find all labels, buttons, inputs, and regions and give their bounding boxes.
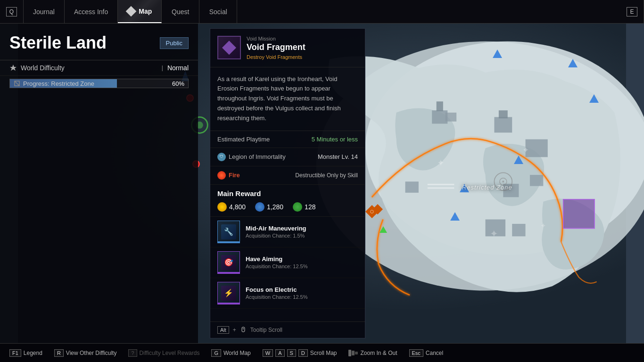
bottom-legend[interactable]: F1 Legend [9,349,42,357]
mission-description: As a result of Karel using the Ironheart… [210,67,365,131]
q-keybind-box: Q [6,7,17,16]
scroll-icon [240,327,247,333]
legion-row: 🛡 Legion of Immortality Monster Lv. 14 [210,148,365,166]
svg-rect-8 [499,110,508,118]
svg-point-19 [502,181,504,182]
svg-rect-33 [352,351,355,355]
bottom-bar: F1 Legend R View Other Difficulty ? Diff… [0,343,644,362]
blue-currency-icon [255,202,264,212]
marker-blue-4[interactable] [514,156,523,164]
zone-header: Sterile Land Public [0,33,198,60]
rewards-currency: 4,800 1,280 128 [210,200,365,217]
svg-rect-16 [428,187,454,189]
mission-panel: Void Mission Void Fragment Destroy Void … [210,28,365,338]
diff-key: ? [128,349,137,357]
bottom-zoom[interactable]: Zoom In & Out [348,349,397,357]
svg-rect-7 [494,117,512,132]
nav-journal[interactable]: Journal [24,0,65,23]
restricted-zone-label: Restricted Zone [462,184,512,191]
svg-rect-14 [405,181,419,193]
reward-item-2: 🎯 Have Aiming Acquisition Chance: 12.5% [210,247,365,278]
g-key[interactable]: G [211,349,221,357]
svg-rect-13 [512,224,525,236]
reward-icon-have-aiming: 🎯 [217,251,240,274]
restricted-zone-icon [14,80,20,87]
svg-rect-32 [348,350,351,356]
mission-header: Void Mission Void Fragment Destroy Void … [210,29,365,67]
marker-blue-6[interactable] [450,212,460,221]
rewards-header: Main Reward [210,185,365,200]
zoom-icon [348,349,358,357]
svg-rect-11 [530,175,543,186]
svg-line-29 [15,81,19,86]
green-currency-icon [293,202,302,212]
blue-currency-reward: 1,280 [255,202,283,212]
esc-key[interactable]: Esc [409,349,423,357]
tooltip-hint: Alt + Tooltip Scroll [210,321,365,338]
svg-text:✦: ✦ [437,158,445,168]
gold-icon [217,202,227,212]
nav-e-key[interactable]: E [620,0,644,23]
progress-row: Progress: Restricted Zone 60% [0,76,198,91]
marker-mission-orange[interactable]: ⬡ [365,205,379,218]
svg-text:✦: ✦ [490,228,498,239]
svg-marker-27 [10,65,17,71]
e-keybind-box: E [627,7,637,16]
w-key[interactable]: W [263,349,273,357]
element-row: Fire Destructible Only by Skill [210,166,365,185]
mission-scroll-area[interactable]: 🔧 Mid-Air Maneuvering Acquisition Chance… [210,217,365,328]
estimated-playtime-row: Estimated Playtime 5 Minutes or less [210,131,365,148]
svg-rect-31 [243,328,244,329]
alt-key: Alt [217,326,229,334]
marker-green-arrow [380,226,387,233]
s-key[interactable]: S [287,349,296,357]
svg-rect-4 [432,110,447,123]
svg-rect-34 [355,352,358,354]
d-key[interactable]: D [298,349,308,357]
marker-blue-2[interactable] [568,59,578,67]
mission-name: Void Fragment [247,42,358,53]
mission-icon-box [217,36,241,59]
mission-type: Void Mission [247,36,358,41]
mission-subtitle: Destroy Void Fragments [247,54,358,60]
left-panel: Sterile Land Public World Difficulty | N… [0,24,198,343]
marker-blue-1[interactable] [493,49,502,58]
reward-item-1: 🔧 Mid-Air Maneuvering Acquisition Chance… [210,217,365,247]
svg-rect-5 [437,101,443,111]
zone-public-badge: Public [160,37,189,49]
bottom-scroll-map: W A S D Scroll Map [263,349,337,357]
nav-social[interactable]: Social [199,0,237,23]
green-currency-reward: 128 [293,202,315,212]
reward-icon-mid-air: 🔧 [217,221,240,243]
bottom-world-map[interactable]: G World Map [211,349,250,357]
bottom-cancel[interactable]: Esc Cancel [409,349,444,357]
reward-item-3: ⚡ Focus on Electric Acquisition Chance: … [210,278,365,309]
gold-reward: 4,800 [217,202,246,212]
bottom-view-difficulty[interactable]: R View Other Difficulty [54,349,117,357]
svg-rect-9 [526,140,548,157]
difficulty-icon [9,64,17,72]
zone-title: Sterile Land [9,33,107,53]
top-navigation: Q Journal Access Info Map Quest Social E [0,0,644,24]
void-mission-icon [222,41,236,55]
nav-quest[interactable]: Quest [162,0,199,23]
svg-rect-15 [428,184,454,185]
nav-map[interactable]: Map [118,0,162,23]
fire-icon [217,171,226,180]
world-difficulty-row[interactable]: World Difficulty | Normal [0,60,198,76]
svg-rect-3 [563,199,594,228]
marker-blue-3[interactable] [589,94,599,103]
reward-icon-focus-electric: ⚡ [217,282,240,304]
difficulty-pipe: | [162,65,163,71]
bottom-difficulty-rewards: ? Difficulty Level Rewards [128,349,199,357]
svg-text:✦: ✦ [540,222,546,230]
nav-q-key[interactable]: Q [0,0,24,23]
a-key[interactable]: A [275,349,284,357]
r-key[interactable]: R [54,349,64,357]
svg-text:✦: ✦ [522,146,529,155]
f1-key[interactable]: F1 [9,349,21,357]
svg-rect-6 [446,113,457,122]
legion-icon: 🛡 [217,153,226,161]
nav-access-info[interactable]: Access Info [65,0,118,23]
map-diamond-icon [126,6,137,16]
